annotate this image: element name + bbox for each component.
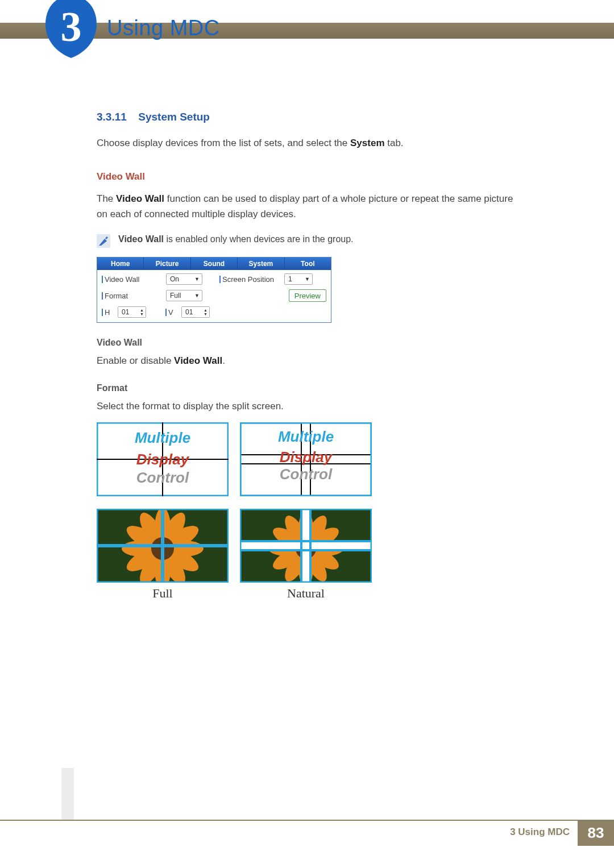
screen-position-dropdown[interactable]: 1 ▼ — [284, 273, 313, 285]
section-intro: Choose display devices from the list of … — [97, 136, 523, 151]
footer: 3 Using MDC 83 — [0, 820, 614, 846]
chapter-number: 3 — [45, 6, 97, 48]
video-wall-desc: The Video Wall function can be used to d… — [97, 192, 523, 222]
format-sub: Format — [97, 383, 523, 393]
section-title: System Setup — [138, 111, 210, 123]
section-heading: 3.3.11 System Setup — [97, 111, 523, 123]
format-label-full: Full — [97, 586, 229, 601]
format-natural-text-example: Multiple Display Control — [240, 422, 372, 496]
svg-text:Multiple: Multiple — [135, 429, 190, 446]
chevron-down-icon: ▼ — [305, 276, 310, 282]
h-label: H — [102, 308, 113, 317]
tab-sound[interactable]: Sound — [191, 258, 238, 270]
spinner-arrows-icon: ▲▼ — [140, 308, 144, 316]
format-dropdown[interactable]: Full ▼ — [166, 290, 202, 301]
svg-text:Display: Display — [280, 448, 333, 466]
svg-text:Control: Control — [136, 469, 189, 486]
footer-page-number: 83 — [578, 820, 614, 846]
tab-home[interactable]: Home — [97, 258, 144, 270]
preview-button[interactable]: Preview — [289, 289, 326, 302]
format-natural-photo-example — [240, 509, 372, 583]
ui-tabs: Home Picture Sound System Tool — [97, 258, 331, 270]
h-spinner[interactable]: 01 ▲▼ — [118, 306, 146, 318]
format-label-natural: Natural — [240, 586, 372, 601]
note-text: Video Wall is enabled only when devices … — [118, 234, 354, 244]
tab-tool[interactable]: Tool — [285, 258, 331, 270]
svg-text:Display: Display — [136, 451, 190, 468]
tab-picture[interactable]: Picture — [144, 258, 190, 270]
section-number: 3.3.11 — [97, 111, 127, 123]
video-wall-dropdown[interactable]: On ▼ — [166, 273, 202, 285]
left-stripe — [61, 768, 74, 820]
format-full-photo-example — [97, 509, 229, 583]
svg-text:Multiple: Multiple — [278, 428, 334, 445]
format-sub-desc: Select the format to display the split s… — [97, 399, 523, 414]
format-examples: Multiple Display Control — [97, 422, 523, 583]
tab-system[interactable]: System — [238, 258, 284, 270]
v-spinner[interactable]: 01 ▲▼ — [181, 306, 210, 318]
ui-panel: Home Picture Sound System Tool Video Wal… — [97, 257, 331, 323]
svg-rect-55 — [240, 541, 372, 550]
spinner-arrows-icon: ▲▼ — [204, 308, 208, 316]
chevron-down-icon: ▼ — [194, 276, 200, 282]
chapter-badge: 3 — [45, 0, 97, 58]
footer-text: 3 Using MDC — [510, 827, 570, 838]
video-wall-sub: Video Wall — [97, 338, 523, 348]
video-wall-label: Video Wall — [102, 275, 161, 284]
svg-text:Control: Control — [280, 466, 333, 483]
note-row: Video Wall is enabled only when devices … — [97, 234, 523, 248]
v-label: V — [165, 308, 177, 317]
page-title: Using MDC — [107, 16, 220, 40]
footer-bar — [0, 820, 614, 821]
format-label: Format — [102, 292, 161, 300]
format-full-text-example: Multiple Display Control — [97, 422, 229, 496]
video-wall-heading: Video Wall — [97, 171, 523, 182]
screen-position-label: Screen Position — [219, 275, 280, 284]
video-wall-sub-desc: Enable or disable Video Wall. — [97, 354, 523, 368]
note-icon — [97, 234, 110, 248]
chevron-down-icon: ▼ — [194, 293, 200, 298]
